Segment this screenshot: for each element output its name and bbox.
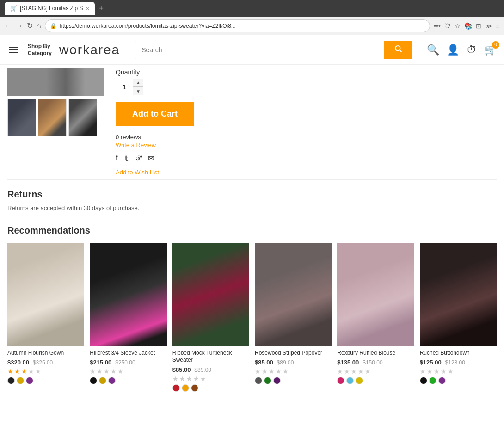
rec-name: Autumn Flourish Gown (7, 350, 84, 357)
color-swatch[interactable] (99, 377, 106, 384)
tab-groups-icon[interactable]: ⊡ (476, 22, 481, 30)
add-to-cart-button[interactable]: Add to Cart (116, 102, 194, 126)
recommendation-item[interactable]: Hillcrest 3/4 Sleeve Jacket $215.00 $250… (90, 243, 166, 392)
thumbnail-2[interactable] (38, 99, 67, 136)
color-swatch[interactable] (429, 377, 436, 384)
account-icon[interactable]: 👤 (447, 44, 459, 56)
rec-pricing: $85.00 $89.00 (172, 366, 249, 373)
color-swatch[interactable] (108, 377, 116, 384)
recommendation-item[interactable]: Ribbed Mock Turtleneck Sweater $85.00 $8… (172, 243, 249, 392)
color-swatch[interactable] (255, 377, 262, 384)
search-icon[interactable]: 🔍 (427, 44, 439, 56)
thumbnail-1[interactable] (7, 99, 36, 136)
address-bar[interactable]: 🔒 https://demo.workarea.com/products/lom… (45, 19, 430, 32)
thumbnail-row (7, 99, 104, 136)
color-swatch[interactable] (7, 377, 15, 384)
color-swatch[interactable] (273, 377, 281, 384)
rec-colors (420, 377, 497, 384)
color-swatch[interactable] (191, 384, 198, 392)
returns-title: Returns (7, 189, 497, 200)
star-0: ★ (420, 368, 426, 375)
timer-icon[interactable]: ⏱ (467, 44, 477, 56)
rec-name: Ribbed Mock Turtleneck Sweater (172, 350, 249, 364)
search-button[interactable] (384, 41, 412, 59)
recommendation-item[interactable]: Roxbury Ruffled Blouse $135.00 $150.00 ★… (337, 243, 414, 392)
star-4: ★ (117, 368, 123, 375)
rec-colors (7, 377, 84, 384)
rec-colors (255, 377, 332, 384)
quantity-up-button[interactable]: ▲ (133, 79, 143, 87)
star-2: ★ (186, 375, 192, 382)
menu-icon[interactable]: ≡ (496, 22, 499, 30)
hamburger-line (9, 52, 18, 53)
color-swatch[interactable] (264, 377, 271, 384)
history-icon[interactable]: 📚 (464, 22, 472, 30)
star-icon[interactable]: ☆ (455, 22, 461, 30)
thumbnail-3[interactable] (68, 99, 97, 136)
color-swatch[interactable] (356, 377, 363, 384)
rec-image-1 (90, 243, 166, 346)
color-swatch[interactable] (337, 377, 344, 384)
email-icon[interactable]: ✉ (148, 154, 154, 163)
color-swatch[interactable] (438, 377, 446, 384)
search-bar (135, 41, 412, 59)
color-swatch[interactable] (17, 377, 24, 384)
rec-orig-price: $128.00 (445, 359, 465, 366)
home-button[interactable]: ⌂ (37, 22, 41, 30)
tab-close-button[interactable]: ✕ (86, 6, 89, 11)
reload-button[interactable]: ↻ (27, 21, 33, 30)
extensions-icon[interactable]: ≫ (485, 22, 492, 30)
main-content: Quantity ▲ ▼ Add to Cart 0 reviews Write… (0, 65, 504, 401)
star-4: ★ (35, 368, 41, 375)
twitter-icon[interactable]: 𝕥 (125, 154, 128, 163)
rec-stars: ★★★★★ (420, 368, 497, 375)
recommendations-title: Recommendations (7, 225, 497, 236)
facebook-icon[interactable]: f (116, 154, 117, 163)
shop-by-category-label[interactable]: Shop ByCategory (28, 43, 52, 56)
rec-price: $125.00 (420, 359, 442, 366)
rec-colors (172, 384, 249, 392)
product-details: Quantity ▲ ▼ Add to Cart 0 reviews Write… (116, 68, 497, 176)
recommendation-item[interactable]: Autumn Flourish Gown $320.00 $325.00 ★★★… (7, 243, 84, 392)
color-swatch[interactable] (172, 384, 180, 392)
color-swatch[interactable] (26, 377, 33, 384)
site-logo[interactable]: workarea (59, 43, 120, 57)
quantity-arrows: ▲ ▼ (133, 79, 143, 95)
product-image-sim (7, 68, 104, 96)
color-swatch[interactable] (420, 377, 427, 384)
color-swatch[interactable] (90, 377, 97, 384)
returns-section: Returns Returns are accepted within 30 d… (7, 179, 497, 216)
toolbar-actions: ••• 🛡 ☆ 📚 ⊡ ≫ ≡ (434, 22, 499, 30)
rec-price: $85.00 (255, 359, 273, 366)
new-tab-button[interactable]: + (98, 4, 104, 13)
rec-price: $135.00 (337, 359, 359, 366)
rec-name: Hillcrest 3/4 Sleeve Jacket (90, 350, 166, 357)
recommendation-item[interactable]: Rosewood Striped Popover $85.00 $89.00 ★… (255, 243, 332, 392)
security-icon: 🔒 (50, 23, 57, 29)
browser-tab[interactable]: 🛒 [STAGING] Lomitas Zip S ✕ (5, 2, 95, 15)
add-to-wish-list-link[interactable]: Add to Wish List (116, 169, 159, 176)
hamburger-menu-button[interactable] (7, 45, 20, 55)
rec-image-2 (172, 243, 249, 346)
pinterest-icon[interactable]: 𝒫 (135, 154, 141, 163)
quantity-down-button[interactable]: ▼ (133, 87, 143, 95)
hamburger-line (9, 49, 18, 50)
bookmark-icon[interactable]: 🛡 (444, 22, 451, 30)
rec-orig-price: $250.00 (115, 359, 135, 366)
rec-pricing: $215.00 $250.00 (90, 358, 166, 366)
search-input[interactable] (135, 41, 384, 59)
star-0: ★ (7, 368, 13, 375)
color-swatch[interactable] (182, 384, 189, 392)
back-button[interactable]: ← (5, 22, 12, 30)
forward-button[interactable]: → (16, 22, 23, 30)
quantity-input[interactable] (116, 83, 133, 91)
star-0: ★ (172, 375, 178, 382)
quantity-control: ▲ ▼ (116, 79, 143, 95)
rec-colors (337, 377, 414, 384)
quantity-label: Quantity (116, 68, 497, 76)
recommendation-item[interactable]: Ruched Buttondown $125.00 $128.00 ★★★★★ (420, 243, 497, 392)
color-swatch[interactable] (346, 377, 354, 384)
more-options-icon[interactable]: ••• (434, 22, 441, 30)
cart-wrapper[interactable]: 🛒 0 (484, 44, 497, 56)
write-review-link[interactable]: Write a Review (116, 142, 497, 148)
